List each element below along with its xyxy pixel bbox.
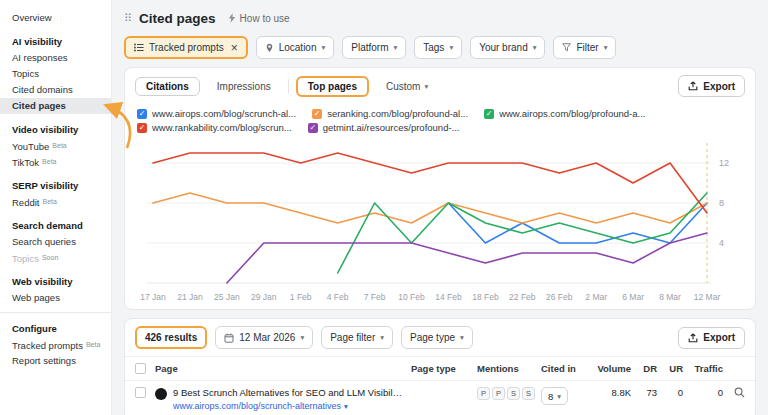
sidebar-item-cited-pages[interactable]: Cited pages bbox=[0, 98, 111, 114]
row-checkbox-cell bbox=[135, 387, 155, 398]
legend-item-3[interactable]: ✓www.rankability.com/blog/scrun... bbox=[137, 122, 292, 133]
sidebar-item-web-pages[interactable]: Web pages bbox=[0, 290, 111, 306]
legend-item-2[interactable]: ✓www.airops.com/blog/profound-a... bbox=[484, 108, 645, 119]
export-icon bbox=[688, 81, 698, 91]
legend-item-4[interactable]: ✓getmint.ai/resources/profound-... bbox=[308, 122, 460, 133]
filter-chip-label: Location bbox=[279, 42, 317, 53]
column-header-label: UR bbox=[669, 363, 683, 374]
column-header-dr[interactable]: DR bbox=[631, 363, 657, 374]
sidebar-divider bbox=[0, 312, 111, 313]
date-label: 12 Mar 2026 bbox=[239, 332, 295, 343]
filter-chip-platform[interactable]: Platform▾ bbox=[342, 36, 406, 59]
apps-grid-icon[interactable]: ⠿ bbox=[124, 12, 132, 25]
table-export-button[interactable]: Export bbox=[678, 327, 745, 349]
tab-citations[interactable]: Citations bbox=[135, 77, 200, 96]
sidebar-item-label: Video visibility bbox=[12, 124, 78, 135]
platform-badge: P bbox=[492, 387, 505, 400]
filter-chip-your-brand[interactable]: Your brand▾ bbox=[470, 36, 545, 59]
legend-item-1[interactable]: ✓seranking.com/blog/profound-al... bbox=[312, 108, 468, 119]
x-tick-label: 29 Jan bbox=[251, 292, 277, 302]
tracked-prompts-filter-chip[interactable]: Tracked prompts × bbox=[124, 36, 248, 59]
legend-label: getmint.ai/resources/profound-... bbox=[323, 122, 460, 133]
legend-checkbox-checked-icon: ✓ bbox=[137, 123, 147, 133]
filter-bar: Tracked prompts × Location▾Platform▾Tags… bbox=[124, 36, 756, 59]
page-url-link[interactable]: www.airops.com/blog/scrunch-alternatives… bbox=[173, 401, 348, 411]
tab-impressions[interactable]: Impressions bbox=[207, 77, 281, 96]
chart-card: CitationsImpressions Top pagesCustom▾ Ex… bbox=[124, 67, 756, 310]
mentions-cell: PPSS bbox=[477, 387, 541, 400]
page-header: ⠿ Cited pages How to use bbox=[124, 7, 756, 29]
how-to-use-link[interactable]: How to use bbox=[228, 13, 290, 24]
filter-chip-filter[interactable]: Filter▾ bbox=[553, 36, 616, 59]
select-all-checkbox[interactable] bbox=[135, 363, 146, 374]
export-label: Export bbox=[703, 81, 735, 92]
chart-export-button[interactable]: Export bbox=[678, 75, 745, 97]
beta-badge: Beta bbox=[52, 142, 66, 149]
citations-chart: 481217 Jan21 Jan25 Jan29 Jan1 Feb4 Feb7 … bbox=[135, 135, 743, 307]
filter-chip-label: Your brand bbox=[479, 42, 528, 53]
legend-checkbox-checked-icon: ✓ bbox=[137, 109, 147, 119]
filter-chip-location[interactable]: Location▾ bbox=[256, 36, 335, 59]
sidebar-item-tracked-prompts[interactable]: Tracked promptsBeta bbox=[0, 337, 111, 353]
sidebar-item-youtube[interactable]: YouTubeBeta bbox=[0, 138, 111, 154]
filter-chip-tags[interactable]: Tags▾ bbox=[414, 36, 462, 59]
cited-in-value: 8 bbox=[548, 391, 553, 402]
x-tick-label: 21 Jan bbox=[177, 292, 203, 302]
app-root: OverviewAI visibilityAI responsesTopicsC… bbox=[0, 0, 768, 415]
chevron-down-icon: ▾ bbox=[533, 43, 537, 52]
sidebar-item-label: Topics bbox=[12, 68, 39, 79]
row-actions-cell bbox=[723, 387, 745, 398]
column-header-cited-in[interactable]: Cited in bbox=[541, 363, 587, 374]
chart-legend: ✓www.airops.com/blog/scrunch-al...✓seran… bbox=[125, 100, 755, 133]
column-header-label: Cited in bbox=[541, 363, 576, 374]
sidebar-item-label: TikTok bbox=[12, 157, 39, 168]
search-icon[interactable] bbox=[734, 387, 745, 398]
sidebar-item-topics[interactable]: Topics bbox=[0, 66, 111, 82]
volume-cell: 8.8K bbox=[587, 387, 631, 398]
column-header-ur[interactable]: UR bbox=[657, 363, 683, 374]
column-header-page[interactable]: Page bbox=[155, 363, 411, 374]
sidebar-item-tiktok[interactable]: TikTokBeta bbox=[0, 154, 111, 170]
chevron-down-icon: ▾ bbox=[380, 333, 384, 342]
page-filter-dropdown[interactable]: Page filter ▾ bbox=[321, 326, 393, 349]
remove-filter-icon[interactable]: × bbox=[231, 42, 238, 54]
tab-custom[interactable]: Custom▾ bbox=[376, 76, 438, 97]
sidebar-item-cited-domains[interactable]: Cited domains bbox=[0, 82, 111, 98]
dr-value: 73 bbox=[646, 387, 657, 398]
column-header-mentions[interactable]: Mentions bbox=[477, 363, 541, 374]
sidebar-item-search-queries[interactable]: Search queries bbox=[0, 234, 111, 250]
column-header-traffic[interactable]: Traffic bbox=[683, 363, 723, 374]
results-card: 426 results 12 Mar 2026 ▾ Page filter ▾ … bbox=[124, 318, 756, 415]
volume-value: 8.8K bbox=[611, 387, 631, 398]
results-toolbar: 426 results 12 Mar 2026 ▾ Page filter ▾ … bbox=[125, 319, 755, 356]
sidebar-item-report-settings[interactable]: Report settings bbox=[0, 353, 111, 369]
pin-icon bbox=[265, 43, 274, 53]
export-label: Export bbox=[703, 332, 735, 343]
chevron-down-icon: ▾ bbox=[344, 402, 348, 411]
tab-top-pages[interactable]: Top pages bbox=[296, 76, 369, 97]
column-header-label: Traffic bbox=[694, 363, 723, 374]
table-body: 9 Best Scrunch Alternatives for SEO and … bbox=[125, 380, 755, 415]
page-type-dropdown[interactable]: Page type ▾ bbox=[401, 326, 473, 349]
legend-item-0[interactable]: ✓www.airops.com/blog/scrunch-al... bbox=[137, 108, 296, 119]
sidebar-item-label: YouTube bbox=[12, 141, 49, 152]
row-checkbox[interactable] bbox=[135, 387, 146, 398]
filter-chip-label: Platform bbox=[351, 42, 388, 53]
how-to-use-label: How to use bbox=[240, 13, 290, 24]
page-cell: 9 Best Scrunch Alternatives for SEO and … bbox=[155, 387, 411, 411]
column-header-volume[interactable]: Volume bbox=[587, 363, 631, 374]
sidebar-item-label: Search demand bbox=[12, 220, 83, 231]
sidebar: OverviewAI visibilityAI responsesTopicsC… bbox=[0, 0, 112, 415]
sidebar-item-reddit[interactable]: RedditBeta bbox=[0, 194, 111, 210]
tab-label: Top pages bbox=[308, 81, 357, 92]
sidebar-item-ai-responses[interactable]: AI responses bbox=[0, 50, 111, 66]
chevron-down-icon: ▾ bbox=[393, 43, 397, 52]
date-selector[interactable]: 12 Mar 2026 ▾ bbox=[215, 326, 313, 349]
chevron-down-icon: ▾ bbox=[604, 43, 608, 52]
sidebar-item-overview[interactable]: Overview bbox=[0, 10, 111, 26]
column-header-label: Mentions bbox=[477, 363, 519, 374]
column-header-page-type[interactable]: Page type bbox=[411, 363, 477, 374]
sidebar-item-label: AI responses bbox=[12, 52, 67, 63]
sidebar-item-label: Report settings bbox=[12, 355, 76, 366]
cited-in-dropdown[interactable]: 8▾ bbox=[541, 387, 568, 405]
